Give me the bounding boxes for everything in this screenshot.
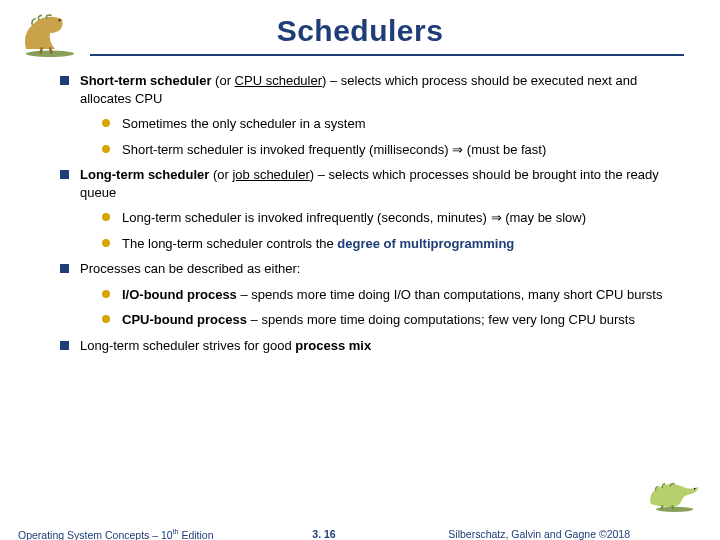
sub-io-bound: I/O-bound process – spends more time doi… [102,286,682,304]
sub-sometimes-only: Sometimes the only scheduler in a system [102,115,682,133]
slide: Schedulers Short-term scheduler (or CPU … [0,0,720,540]
footer-left: Operating System Concepts – 10th Edition [18,528,214,540]
cpu-scheduler-underline: CPU scheduler [235,73,322,88]
sub-invoked-frequently: Short-term scheduler is invoked frequent… [102,141,682,159]
text: (or [211,73,234,88]
long-term-lead: Long-term scheduler [80,167,209,182]
text: – spends more time doing computations; f… [247,312,635,327]
footer-right: Silberschatz, Galvin and Gagne ©2018 [448,528,630,540]
footer-page-number: 3. 16 [312,528,335,540]
process-mix-bold: process mix [295,338,371,353]
text: Long-term scheduler strives for good [80,338,295,353]
sub-invoked-infrequently: Long-term scheduler is invoked infrequen… [102,209,682,227]
short-term-lead: Short-term scheduler [80,73,211,88]
content-area: Short-term scheduler (or CPU scheduler) … [60,72,682,363]
text: (or [209,167,232,182]
text: Processes can be described as either: [80,261,300,276]
job-scheduler-underline: job scheduler [232,167,309,182]
degree-of-multiprogramming: degree of multiprogramming [337,236,514,251]
bullet-short-term: Short-term scheduler (or CPU scheduler) … [60,72,682,158]
cpu-bound-lead: CPU-bound process [122,312,247,327]
bullet-long-term: Long-term scheduler (or job scheduler) –… [60,166,682,252]
dinosaur-bottom-icon [642,472,710,512]
svg-point-3 [694,488,696,490]
sub-degree-multiprogramming: The long-term scheduler controls the deg… [102,235,682,253]
text: – spends more time doing I/O than comput… [237,287,663,302]
title-underline [90,54,684,56]
sub-cpu-bound: CPU-bound process – spends more time doi… [102,311,682,329]
title-row: Schedulers [0,0,720,56]
bullet-processes-described: Processes can be described as either: I/… [60,260,682,329]
bullet-process-mix: Long-term scheduler strives for good pro… [60,337,682,355]
slide-title: Schedulers [0,14,720,48]
text: Operating System Concepts – 10 [18,529,173,541]
io-bound-lead: I/O-bound process [122,287,237,302]
text: The long-term scheduler controls the [122,236,337,251]
text: Edition [179,529,214,541]
